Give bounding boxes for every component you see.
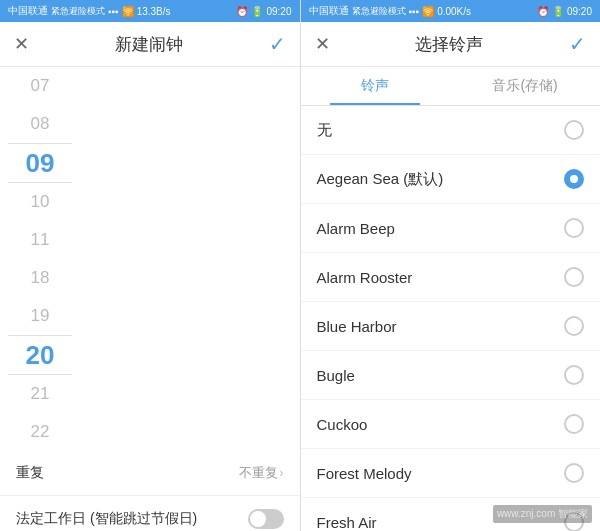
hour-07: 07 (0, 67, 80, 105)
left-wifi-icon: 🛜 (122, 6, 134, 17)
radio-alarm-rooster[interactable] (564, 267, 584, 287)
workday-toggle[interactable] (248, 509, 284, 529)
watermark: www.znj.com 智能家 (493, 505, 592, 523)
min-20-active[interactable]: 20 (0, 336, 80, 374)
ringtone-name: Forest Melody (317, 465, 412, 482)
right-header: ✕ 选择铃声 ✓ (301, 22, 601, 67)
minute-column: 18 19 20 21 22 (0, 259, 80, 451)
radio-cuckoo[interactable] (564, 414, 584, 434)
min-22: 22 (0, 413, 80, 451)
list-item[interactable]: 无 (301, 106, 601, 155)
min-19: 19 (0, 297, 80, 335)
repeat-label: 重复 (16, 464, 44, 482)
left-time: 09:20 (266, 6, 291, 17)
ringtone-name: 无 (317, 121, 332, 140)
hour-09-active[interactable]: 09 (0, 144, 80, 182)
workday-row[interactable]: 法定工作日 (智能跳过节假日) (0, 496, 300, 531)
left-status-right: ⏰ 🔋 09:20 (236, 6, 291, 17)
hour-11: 11 (0, 221, 80, 259)
right-title: 选择铃声 (415, 33, 483, 56)
hour-column: 07 08 09 10 11 (0, 67, 80, 259)
ringtone-name: Cuckoo (317, 416, 368, 433)
right-battery: 🔋 (552, 6, 564, 17)
tab-ringtone[interactable]: 铃声 (301, 67, 451, 105)
list-item[interactable]: Bugle (301, 351, 601, 400)
left-header: ✕ 新建闹钟 ✓ (0, 22, 300, 67)
list-item[interactable]: Cuckoo (301, 400, 601, 449)
hour-10: 10 (0, 183, 80, 221)
tab-bar: 铃声 音乐(存储) (301, 67, 601, 106)
right-signal-icon: ▪▪▪ (409, 6, 420, 17)
left-panel: 中国联通 紧急避险模式 ▪▪▪ 🛜 13.3B/s ⏰ 🔋 09:20 ✕ 新建… (0, 0, 300, 531)
tab-music[interactable]: 音乐(存储) (450, 67, 600, 105)
radio-forest-melody[interactable] (564, 463, 584, 483)
hour-08: 08 (0, 105, 80, 143)
ringtone-name: Bugle (317, 367, 355, 384)
ringtone-name: Alarm Rooster (317, 269, 413, 286)
ringtone-name: Blue Harbor (317, 318, 397, 335)
right-confirm-button[interactable]: ✓ (569, 32, 586, 56)
list-item[interactable]: Forest Melody (301, 449, 601, 498)
left-network: 紧急避险模式 (51, 5, 105, 18)
ringtone-name: Aegean Sea (默认) (317, 170, 444, 189)
radio-alarm-beep[interactable] (564, 218, 584, 238)
left-carrier: 中国联通 (8, 4, 48, 18)
radio-none[interactable] (564, 120, 584, 140)
right-status-bar: 中国联通 紧急避险模式 ▪▪▪ 🛜 0.00K/s ⏰ 🔋 09:20 (301, 0, 601, 22)
repeat-chevron: › (280, 466, 284, 480)
list-item[interactable]: Alarm Beep (301, 204, 601, 253)
min-18: 18 (0, 259, 80, 297)
left-alarm: ⏰ (236, 6, 248, 17)
right-time: 09:20 (567, 6, 592, 17)
right-wifi-icon: 🛜 (422, 6, 434, 17)
left-speed: 13.3B/s (137, 6, 171, 17)
radio-aegean[interactable] (564, 169, 584, 189)
radio-blue-harbor[interactable] (564, 316, 584, 336)
list-item[interactable]: Blue Harbor (301, 302, 601, 351)
left-confirm-button[interactable]: ✓ (269, 32, 286, 56)
radio-bugle[interactable] (564, 365, 584, 385)
settings-list: 重复 不重复 › 法定工作日 (智能跳过节假日) 铃声 Aegean Sea ›… (0, 451, 300, 531)
left-title: 新建闹钟 (115, 33, 183, 56)
left-status-bar: 中国联通 紧急避险模式 ▪▪▪ 🛜 13.3B/s ⏰ 🔋 09:20 (0, 0, 300, 22)
left-signal-icon: ▪▪▪ (108, 6, 119, 17)
repeat-row[interactable]: 重复 不重复 › (0, 451, 300, 496)
right-close-button[interactable]: ✕ (315, 33, 330, 55)
right-status-left: 中国联通 紧急避险模式 ▪▪▪ 🛜 0.00K/s (309, 4, 472, 18)
repeat-value: 不重复 › (239, 464, 284, 482)
workday-label: 法定工作日 (智能跳过节假日) (16, 510, 197, 528)
list-item[interactable]: Alarm Rooster (301, 253, 601, 302)
min-21: 21 (0, 375, 80, 413)
time-picker: 07 08 09 10 11 18 19 20 21 22 (0, 67, 300, 451)
list-item[interactable]: Aegean Sea (默认) (301, 155, 601, 204)
ringtone-name: Fresh Air (317, 514, 377, 531)
left-close-button[interactable]: ✕ (14, 33, 29, 55)
left-battery: 🔋 (251, 6, 263, 17)
right-speed: 0.00K/s (437, 6, 471, 17)
right-carrier: 中国联通 (309, 4, 349, 18)
right-alarm: ⏰ (537, 6, 549, 17)
right-network: 紧急避险模式 (352, 5, 406, 18)
ringtone-list: 无 Aegean Sea (默认) Alarm Beep Alarm Roost… (301, 106, 601, 531)
right-status-right: ⏰ 🔋 09:20 (537, 6, 592, 17)
left-status-left: 中国联通 紧急避险模式 ▪▪▪ 🛜 13.3B/s (8, 4, 171, 18)
right-panel: 中国联通 紧急避险模式 ▪▪▪ 🛜 0.00K/s ⏰ 🔋 09:20 ✕ 选择… (301, 0, 601, 531)
ringtone-name: Alarm Beep (317, 220, 395, 237)
